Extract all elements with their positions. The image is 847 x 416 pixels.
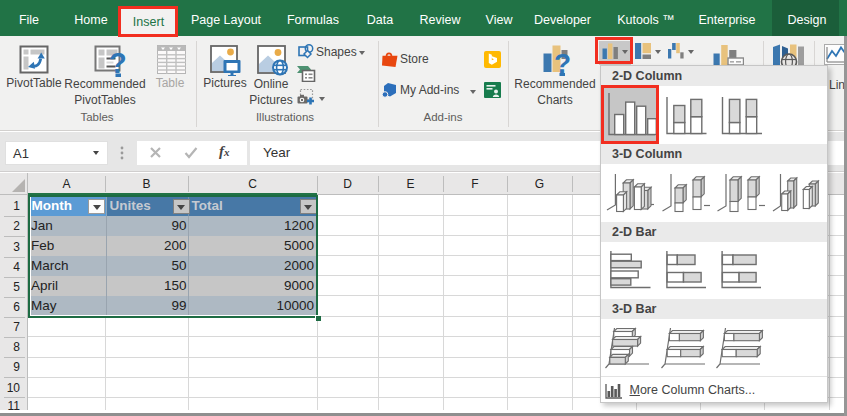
svg-text:?: ? bbox=[109, 47, 126, 77]
svg-text:?: ? bbox=[554, 48, 571, 76]
